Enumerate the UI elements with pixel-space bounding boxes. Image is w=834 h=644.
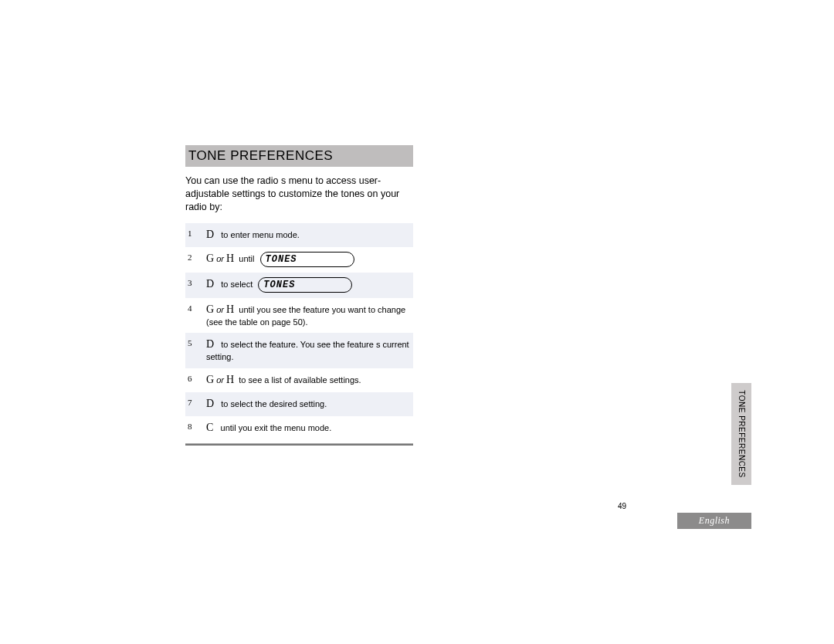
step-cell: D to select the desired setting.: [204, 392, 413, 416]
step-cell: D to enter menu mode.: [204, 223, 413, 247]
key-h: H: [226, 303, 234, 315]
or-text: or: [216, 254, 224, 263]
or-text: or: [216, 305, 224, 314]
step-cell: D to select the feature. You see the fea…: [204, 333, 413, 368]
key-g: G: [206, 303, 214, 315]
step-text: until: [239, 254, 254, 263]
step-cell: G or H to see a list of available settin…: [204, 368, 413, 392]
step-text: to select the feature. You see the featu…: [206, 340, 409, 361]
key-d: D: [206, 229, 214, 240]
step-row: 5 D to select the feature. You see the f…: [185, 333, 413, 368]
step-cell: D to select TONES: [204, 273, 413, 298]
divider: [185, 444, 413, 446]
step-text: until you exit the menu mode.: [221, 423, 332, 432]
section-heading-bar: TONE PREFERENCES: [185, 145, 413, 167]
step-number: 8: [185, 416, 204, 440]
step-text: to select: [221, 280, 253, 289]
or-text: or: [216, 375, 224, 385]
page: TONE PREFERENCES You can use the radio s…: [0, 0, 834, 644]
step-row: 1 D to enter menu mode.: [185, 223, 413, 247]
step-number: 4: [185, 298, 204, 333]
step-row: 2 G or H until TONES: [185, 247, 413, 273]
section-heading: TONE PREFERENCES: [188, 148, 333, 163]
lcd-text: TONES: [266, 254, 297, 265]
main-column: TONE PREFERENCES You can use the radio s…: [185, 145, 413, 446]
steps-table: 1 D to enter menu mode. 2 G or H until T…: [185, 223, 413, 441]
key-c: C: [206, 422, 213, 433]
step-number: 3: [185, 273, 204, 298]
step-text: to select the desired setting.: [221, 399, 327, 408]
side-tab-label: TONE PREFERENCES: [737, 390, 746, 477]
lcd-text: TONES: [263, 280, 295, 290]
intro-paragraph: You can use the radio s menu to access u…: [185, 175, 413, 214]
key-d: D: [206, 338, 214, 350]
step-number: 1: [185, 223, 204, 247]
language-box: English: [677, 513, 751, 529]
page-number: 49: [618, 502, 626, 510]
key-g: G: [206, 374, 214, 385]
key-h: H: [226, 374, 234, 385]
step-row: 8 C until you exit the menu mode.: [185, 416, 413, 440]
key-d: D: [206, 398, 214, 409]
key-g: G: [206, 253, 214, 264]
key-h: H: [226, 253, 234, 264]
step-row: 6 G or H to see a list of available sett…: [185, 368, 413, 392]
step-cell: G or H until you see the feature you wan…: [204, 298, 413, 333]
step-text: to see a list of available settings.: [239, 375, 361, 385]
step-row: 7 D to select the desired setting.: [185, 392, 413, 416]
step-row: 3 D to select TONES: [185, 273, 413, 298]
step-text: until you see the feature you want to ch…: [206, 305, 405, 327]
step-cell: G or H until TONES: [204, 247, 413, 273]
step-number: 7: [185, 392, 204, 416]
step-number: 6: [185, 368, 204, 392]
lcd-display: TONES: [258, 277, 352, 293]
lcd-display: TONES: [260, 252, 354, 267]
step-row: 4 G or H until you see the feature you w…: [185, 298, 413, 333]
step-text: to enter menu mode.: [221, 230, 300, 239]
step-number: 5: [185, 333, 204, 368]
key-d: D: [206, 278, 214, 290]
step-number: 2: [185, 247, 204, 273]
step-cell: C until you exit the menu mode.: [204, 416, 413, 440]
side-tab: TONE PREFERENCES: [731, 383, 751, 485]
